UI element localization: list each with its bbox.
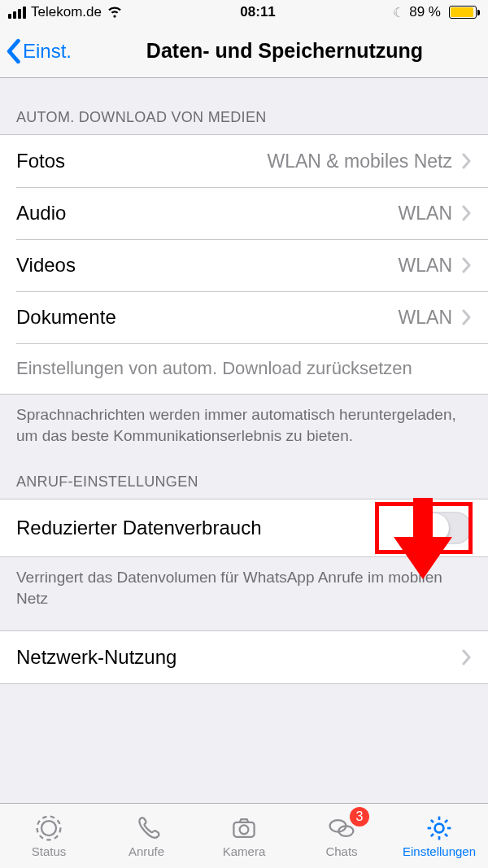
row-label: Reduzierter Datenverbrauch [16, 517, 418, 539]
content-scroll[interactable]: Autom. Download von Medien Fotos WLAN & … [0, 78, 488, 803]
tab-label: Chats [325, 844, 357, 858]
clock: 08:11 [240, 4, 275, 20]
page-title: Daten- und Speichernutzung [146, 39, 423, 63]
svg-point-0 [41, 821, 56, 835]
row-audio[interactable]: Audio WLAN [0, 187, 488, 239]
cellular-signal-icon [8, 7, 26, 19]
row-label: Audio [16, 202, 399, 225]
tab-calls[interactable]: Anrufe [98, 804, 195, 868]
tab-camera[interactable]: Kamera [195, 804, 293, 868]
wifi-icon [107, 2, 123, 23]
chevron-right-icon [462, 649, 472, 665]
battery-icon [446, 6, 480, 19]
svg-line-13 [445, 820, 447, 822]
tab-settings[interactable]: Einstellungen [390, 804, 488, 868]
row-label: Videos [16, 254, 399, 277]
row-value: WLAN [399, 255, 452, 277]
tab-status[interactable]: Status [0, 804, 98, 868]
call-settings-group: Reduzierter Datenverbrauch [0, 499, 488, 557]
carrier-label: Telekom.de [31, 4, 102, 20]
status-bar: Telekom.de 08:11 ☾ 89 % [0, 0, 488, 24]
chevron-left-icon [5, 38, 21, 64]
chevron-right-icon [462, 309, 472, 325]
chevron-right-icon [462, 153, 472, 169]
section-header-auto-download: Autom. Download von Medien [0, 78, 488, 134]
section-header-call-settings: Anruf-Einstellungen [0, 446, 488, 499]
do-not-disturb-icon: ☾ [393, 5, 404, 20]
back-label: Einst. [23, 40, 72, 63]
phone-icon [131, 813, 162, 843]
svg-line-14 [431, 834, 434, 836]
back-button[interactable]: Einst. [0, 38, 72, 64]
row-label: Einstellungen von autom. Download zurück… [16, 358, 412, 379]
auto-download-group: Fotos WLAN & mobiles Netz Audio WLAN Vid… [0, 134, 488, 395]
low-data-switch[interactable] [418, 512, 472, 544]
chevron-right-icon [462, 205, 472, 221]
svg-point-3 [240, 825, 249, 834]
tab-label: Anrufe [129, 844, 164, 858]
row-value: WLAN & mobiles Netz [267, 150, 452, 172]
row-label: Dokumente [16, 306, 399, 329]
svg-line-12 [445, 834, 447, 836]
camera-icon [229, 813, 259, 843]
row-documents[interactable]: Dokumente WLAN [0, 291, 488, 343]
row-videos[interactable]: Videos WLAN [0, 239, 488, 291]
svg-point-6 [435, 824, 444, 833]
row-label: Fotos [16, 150, 267, 172]
section-footer-voice: Sprachnachrichten werden immer automatis… [0, 395, 488, 446]
row-label: Netzwerk-Nutzung [16, 646, 462, 669]
network-usage-group: Netzwerk-Nutzung [0, 630, 488, 684]
svg-line-11 [431, 820, 434, 822]
navigation-bar: Einst. Daten- und Speichernutzung [0, 24, 488, 78]
gear-icon [424, 813, 455, 843]
row-low-data-usage: Reduzierter Datenverbrauch [0, 499, 488, 556]
switch-knob [420, 513, 449, 543]
tab-chats[interactable]: 3 Chats [293, 804, 390, 868]
row-value: WLAN [399, 203, 452, 225]
chevron-right-icon [462, 257, 472, 273]
chats-badge: 3 [350, 807, 369, 827]
section-footer-low-data: Verringert das Datenvolumen für WhatsApp… [0, 557, 488, 608]
row-network-usage[interactable]: Netzwerk-Nutzung [0, 631, 488, 683]
row-reset-auto-download[interactable]: Einstellungen von autom. Download zurück… [0, 343, 488, 394]
battery-percent: 89 % [409, 4, 441, 20]
tab-bar: Status Anrufe Kamera 3 Chats Einstellung… [0, 803, 488, 868]
tab-label: Status [32, 844, 67, 858]
tab-label: Kamera [223, 844, 266, 858]
row-value: WLAN [399, 307, 452, 329]
row-photos[interactable]: Fotos WLAN & mobiles Netz [0, 135, 488, 187]
status-icon [33, 813, 64, 843]
tab-label: Einstellungen [403, 844, 476, 858]
